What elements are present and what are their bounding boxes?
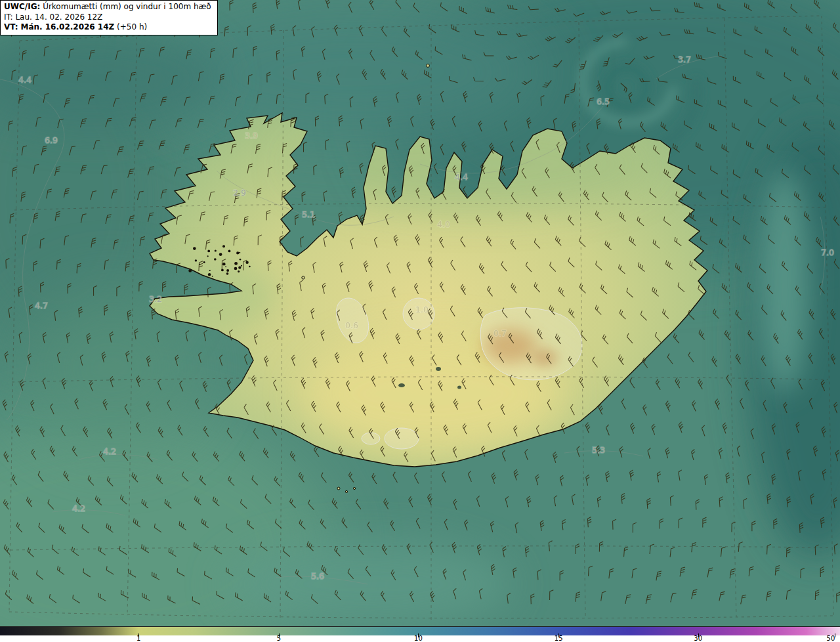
colorbar-tick-label: 50 xyxy=(827,635,835,642)
contour-label: 6.9 xyxy=(45,135,58,145)
glacier-myrdalsjokull xyxy=(385,428,419,449)
map-title-line: UWC/IG: Úrkomumætti (mm) og vindur i 100… xyxy=(4,2,211,12)
colorbar-tick-label: 1 xyxy=(136,635,140,642)
colorbar-labels: 1510153050 xyxy=(0,635,840,642)
valid-label: VT: xyxy=(4,22,18,32)
colorbar: 1510153050 xyxy=(0,626,840,642)
contour-label: 3.9 xyxy=(245,131,258,140)
contour-label: 5.3 xyxy=(592,445,605,455)
contour-label: 5.1 xyxy=(302,209,315,219)
valid-offset: (+50 h) xyxy=(117,22,147,32)
contour-label: 2.9 xyxy=(233,188,246,198)
init-time: Lau. 14. 02. 2026 12Z xyxy=(15,12,102,22)
weather-map-stage: 4.46.93.92.95.14.46.53.77.04.03.24.71.00… xyxy=(0,0,840,642)
init-time-line: IT: Lau. 14. 02. 2026 12Z xyxy=(4,12,211,23)
contour-label: 0.6 xyxy=(345,320,358,330)
model-name: UWC/IG: xyxy=(4,2,40,11)
contour-label: 4.0 xyxy=(437,219,450,229)
valid-time-line: VT: Mán. 16.02.2026 14Z (+50 h) xyxy=(4,22,211,33)
colorbar-tick-label: 30 xyxy=(694,635,702,642)
contour-label: 4.2 xyxy=(72,503,85,513)
contour-label: 3.7 xyxy=(678,54,691,64)
map-title: Úrkomumætti (mm) og vindur i 100m hæð xyxy=(43,2,211,11)
contour-label: 4.7 xyxy=(35,301,48,310)
colorbar-tick-label: 5 xyxy=(277,635,281,642)
colorbar-gradient xyxy=(0,626,840,635)
colorbar-tick-label: 10 xyxy=(414,635,423,642)
contour-label: 3.2 xyxy=(149,294,162,304)
contour-label: 7.0 xyxy=(821,247,834,257)
init-label: IT: xyxy=(4,12,13,22)
contour-label: 5.6 xyxy=(311,571,324,581)
contour-label: 4.4 xyxy=(455,172,468,182)
contour-label: 0.7 xyxy=(494,328,507,338)
colorbar-tick-label: 15 xyxy=(555,635,563,642)
contour-label: 4.4 xyxy=(18,75,32,85)
contour-label: 1.0 xyxy=(415,305,429,314)
contour-label: 4.2 xyxy=(103,446,116,456)
contour-label: 6.5 xyxy=(597,96,610,106)
valid-time: Mán. 16.02.2026 14Z xyxy=(20,22,114,32)
weather-map: 4.46.93.92.95.14.46.53.77.04.03.24.71.00… xyxy=(0,0,840,626)
map-title-box: UWC/IG: Úrkomumætti (mm) og vindur i 100… xyxy=(0,0,218,35)
